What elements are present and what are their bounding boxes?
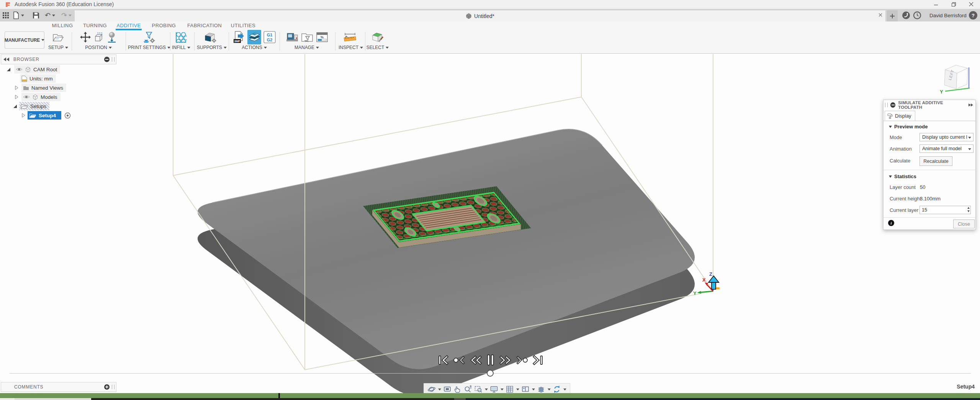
viewports-button[interactable] [521, 385, 535, 393]
app-grid-icon[interactable] [3, 11, 9, 20]
export-3mf-icon[interactable]: 3MF [233, 31, 245, 43]
fit-button[interactable] [474, 385, 488, 393]
dialog-expand-icon[interactable] [969, 103, 973, 107]
extensions-icon[interactable] [902, 11, 910, 20]
workspace-selector[interactable]: MANUFACTURE [5, 31, 44, 49]
tree-item-named-views[interactable]: Named Views [15, 84, 66, 92]
preview-mode-section[interactable]: Preview mode [889, 124, 928, 130]
minimize-button[interactable] [927, 0, 945, 8]
desktop-strip-tick [278, 393, 280, 398]
viewport-canvas[interactable]: Y X Z [0, 53, 980, 393]
current-layer-spinner [919, 206, 971, 214]
build-plate[interactable] [198, 129, 695, 393]
user-name[interactable]: David Berrisford [929, 13, 967, 18]
dialog-minimize-icon[interactable] [890, 102, 895, 108]
move-icon[interactable] [80, 32, 91, 43]
add-comment-icon[interactable] [104, 384, 110, 390]
print-setting-library-icon[interactable] [301, 31, 314, 43]
tree-item-setups[interactable]: Setups [13, 102, 49, 110]
display-settings-button[interactable] [490, 385, 504, 393]
undo-icon[interactable]: ↶ [45, 11, 55, 20]
tab-utilities[interactable]: UTILITIES [230, 21, 257, 30]
tab-close-icon[interactable] [879, 13, 882, 17]
pause-button[interactable] [486, 354, 495, 366]
select-icon[interactable] [371, 31, 384, 43]
step-back-button[interactable] [469, 354, 483, 366]
help-icon[interactable]: ? [969, 11, 977, 20]
close-button[interactable] [962, 0, 980, 8]
animation-dropdown[interactable]: Animate full model [919, 144, 973, 153]
tree-item-models[interactable]: Models [15, 93, 61, 101]
new-setup-icon[interactable] [52, 32, 64, 43]
timeline-handle[interactable] [487, 370, 494, 377]
machine-library-icon[interactable] [286, 31, 299, 43]
collapse-browser-icon[interactable] [3, 57, 10, 61]
browser-minimize-icon[interactable] [104, 57, 110, 62]
zoom-button[interactable] [464, 385, 472, 393]
drop-icon[interactable] [107, 32, 117, 43]
info-icon[interactable]: i [888, 220, 894, 226]
mode-dropdown[interactable]: Display upto current la... [919, 133, 973, 141]
refresh-button[interactable] [553, 385, 566, 393]
restore-button[interactable] [945, 0, 962, 8]
tab-display[interactable]: Display [885, 111, 915, 121]
close-dialog-button[interactable]: Close [953, 220, 975, 228]
previous-operation-button[interactable] [452, 354, 465, 366]
tab-probing[interactable]: PROBING [151, 21, 177, 30]
dialog-header[interactable]: SIMULATE ADDITIVE TOOLPATH [883, 100, 975, 110]
look-at-button[interactable] [443, 385, 452, 393]
taskbar-sliver-1 [0, 398, 15, 400]
statistics-section[interactable]: Statistics [889, 174, 916, 179]
visibility-eye-icon[interactable] [23, 95, 30, 99]
setup-folder-icon [29, 113, 36, 118]
infill-icon[interactable] [175, 31, 187, 43]
pan-button[interactable] [453, 385, 462, 393]
save-icon[interactable] [33, 11, 39, 20]
next-operation-button[interactable] [516, 354, 529, 366]
orbit-button[interactable] [427, 385, 441, 393]
dialog-grip[interactable] [885, 103, 888, 107]
grid-and-snaps-button[interactable] [506, 385, 519, 393]
tab-fabrication[interactable]: FABRICATION [187, 21, 222, 30]
skip-to-start-button[interactable] [437, 354, 449, 366]
expanded-arrow-icon[interactable] [13, 105, 17, 108]
collapsed-arrow-icon[interactable] [15, 85, 18, 90]
visual-style-button[interactable] [537, 385, 551, 393]
arrange-icon[interactable] [93, 32, 105, 43]
tree-item-units[interactable]: Units: mm [20, 74, 56, 83]
tree-item-cam-root[interactable]: CAM Root [7, 65, 60, 74]
tab-turning[interactable]: TURNING [83, 21, 107, 30]
file-menu-icon[interactable] [13, 11, 24, 20]
visibility-eye-icon[interactable] [16, 67, 23, 72]
supports-icon[interactable] [204, 31, 217, 43]
tree-item-setup4[interactable]: Setup4 [22, 111, 71, 120]
expanded-arrow-icon[interactable] [7, 68, 10, 71]
browser-grip[interactable] [112, 57, 115, 62]
step-forward-button[interactable] [499, 354, 512, 366]
browser-header[interactable]: BROWSER [1, 54, 116, 64]
post-process-icon[interactable]: G1G2 [263, 31, 276, 43]
document-tab[interactable]: Untitled* [75, 10, 885, 21]
threemf-label: 3MF [234, 39, 241, 43]
collapsed-arrow-icon[interactable] [15, 95, 18, 99]
new-tab-button[interactable] [887, 10, 898, 21]
active-setup-radio-icon[interactable] [64, 112, 71, 119]
viewcube[interactable]: LEFT Y [937, 57, 980, 95]
tab-milling[interactable]: MILLING [51, 21, 74, 30]
spinner-down-icon[interactable] [967, 210, 970, 212]
current-layer-input[interactable] [920, 206, 962, 214]
skip-to-end-button[interactable] [532, 354, 545, 366]
redo-icon[interactable]: ↷ [61, 11, 72, 20]
measure-icon[interactable] [344, 32, 357, 43]
task-manager-icon[interactable]: % [316, 32, 328, 43]
comments-bar[interactable]: COMMENTS [1, 382, 116, 392]
collapsed-arrow-icon[interactable] [22, 113, 25, 118]
comments-grip[interactable] [112, 385, 115, 389]
job-status-icon[interactable] [913, 11, 921, 20]
recalculate-button[interactable]: Recalculate [919, 156, 952, 166]
spinner-up-icon[interactable] [967, 207, 970, 209]
print-settings-icon[interactable] [143, 31, 155, 43]
simulate-additive-toolpath-icon[interactable] [247, 30, 261, 44]
group-manage: % MANAGE [284, 30, 330, 53]
group-actions: 3MF G1G2 ACTIONS [231, 30, 278, 53]
